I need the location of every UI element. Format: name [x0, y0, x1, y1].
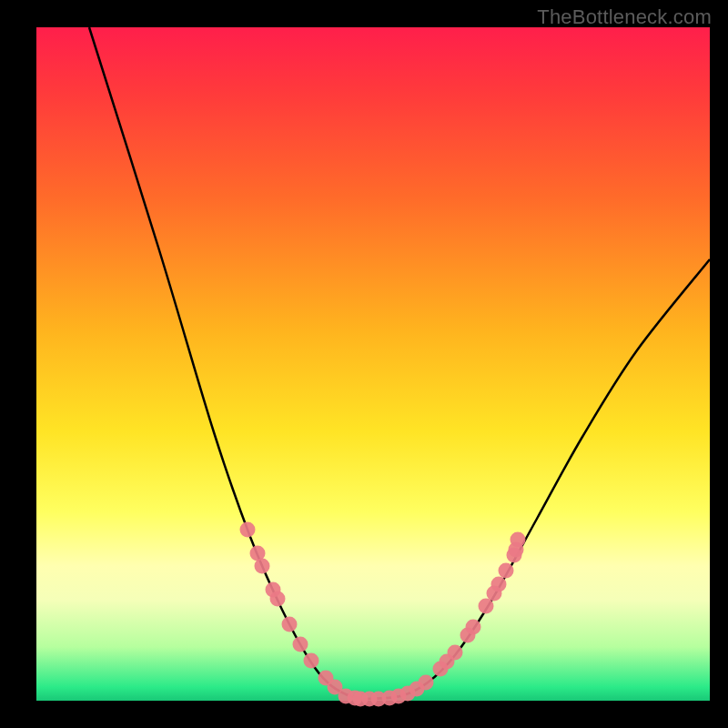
marker-dot	[499, 563, 514, 579]
marker-dot	[491, 577, 507, 592]
marker-dot	[293, 637, 308, 652]
curve-right-curve	[364, 259, 710, 699]
marker-dot	[255, 559, 270, 574]
marker-dot	[240, 522, 256, 538]
marker-dot	[479, 599, 494, 614]
marker-dot	[270, 592, 286, 607]
marker-dot	[448, 645, 463, 661]
marker-dot	[419, 675, 434, 691]
marker-dot	[282, 617, 298, 632]
curve-lines	[89, 27, 710, 699]
plot-area	[36, 27, 710, 701]
marker-dot	[466, 620, 481, 635]
marker-dot	[304, 653, 319, 669]
chart-svg	[36, 27, 710, 701]
marker-dot	[511, 532, 526, 548]
curve-left-curve	[89, 27, 364, 699]
chart-frame: TheBottleneck.com	[0, 0, 728, 728]
watermark-text: TheBottleneck.com	[537, 5, 712, 29]
